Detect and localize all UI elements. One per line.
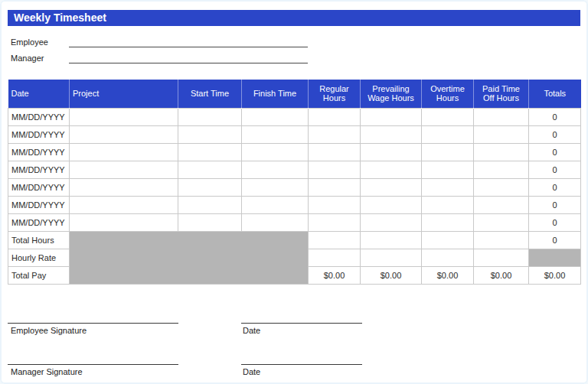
table-row: MM/DD/YYYY0 xyxy=(8,125,581,143)
regular-hours-cell[interactable] xyxy=(309,213,361,231)
paid-time-off-hours-cell[interactable] xyxy=(474,231,529,249)
prevailing-wage-hours-cell[interactable] xyxy=(361,213,422,231)
date-cell[interactable]: MM/DD/YYYY xyxy=(8,213,70,231)
project-cell[interactable] xyxy=(70,213,178,231)
table-row: MM/DD/YYYY0 xyxy=(8,108,581,125)
table-header-row: Date Project Start Time Finish Time Regu… xyxy=(8,80,581,108)
header-prevailing-wage-hours: Prevailing Wage Hours xyxy=(361,80,422,108)
project-cell[interactable] xyxy=(70,143,178,161)
prevailing-wage-hours-cell[interactable] xyxy=(361,231,422,249)
paid-time-off-hours-cell[interactable] xyxy=(474,178,529,196)
regular-hours-cell: $0.00 xyxy=(309,266,361,284)
start-time-cell[interactable] xyxy=(178,125,242,143)
project-cell[interactable] xyxy=(70,178,178,196)
paid-time-off-hours-cell[interactable] xyxy=(474,161,529,178)
header-paid-time-off-hours: Paid Time Off Hours xyxy=(474,80,529,108)
employee-label: Employee xyxy=(11,37,48,47)
overtime-hours-cell[interactable] xyxy=(422,108,474,125)
timesheet-table: Date Project Start Time Finish Time Regu… xyxy=(8,80,580,285)
employee-date-line[interactable] xyxy=(241,323,362,324)
header-overtime-hours: Overtime Hours xyxy=(422,80,474,108)
project-cell[interactable] xyxy=(70,125,178,143)
date-cell[interactable]: MM/DD/YYYY xyxy=(8,143,70,161)
project-cell[interactable] xyxy=(70,108,178,125)
overtime-hours-cell[interactable] xyxy=(422,178,474,196)
date-cell[interactable]: MM/DD/YYYY xyxy=(8,108,70,125)
table-row: MM/DD/YYYY0 xyxy=(8,161,581,178)
prevailing-wage-hours-cell[interactable] xyxy=(361,161,422,178)
totals-cell: 0 xyxy=(529,213,581,231)
merged-gray-cell xyxy=(70,231,309,284)
finish-time-cell[interactable] xyxy=(242,125,309,143)
manager-label: Manager xyxy=(11,54,44,63)
overtime-hours-cell[interactable] xyxy=(422,249,474,266)
header-project: Project xyxy=(70,80,178,108)
manager-signature-line[interactable] xyxy=(8,364,178,365)
finish-time-cell[interactable] xyxy=(242,108,309,125)
regular-hours-cell[interactable] xyxy=(309,125,361,143)
prevailing-wage-hours-cell[interactable] xyxy=(361,196,422,213)
overtime-hours-cell[interactable] xyxy=(422,231,474,249)
paid-time-off-hours-cell[interactable] xyxy=(474,108,529,125)
overtime-hours-cell[interactable] xyxy=(422,213,474,231)
paid-time-off-hours-cell[interactable] xyxy=(474,249,529,266)
regular-hours-cell[interactable] xyxy=(309,178,361,196)
start-time-cell[interactable] xyxy=(178,178,242,196)
prevailing-wage-hours-cell[interactable] xyxy=(361,108,422,125)
page-title: Weekly Timesheet xyxy=(8,10,580,26)
date-cell[interactable]: MM/DD/YYYY xyxy=(8,161,70,178)
regular-hours-cell[interactable] xyxy=(309,231,361,249)
start-time-cell[interactable] xyxy=(178,213,242,231)
employee-signature-line[interactable] xyxy=(8,323,178,324)
totals-cell: 0 xyxy=(529,108,581,125)
finish-time-cell[interactable] xyxy=(242,161,309,178)
totals-cell: 0 xyxy=(529,196,581,213)
employee-input-line[interactable] xyxy=(69,47,308,47)
date-cell[interactable]: MM/DD/YYYY xyxy=(8,178,70,196)
paid-time-off-hours-cell: $0.00 xyxy=(474,266,529,284)
paid-time-off-hours-cell[interactable] xyxy=(474,125,529,143)
totals-cell: 0 xyxy=(529,178,581,196)
paid-time-off-hours-cell[interactable] xyxy=(474,143,529,161)
start-time-cell[interactable] xyxy=(178,108,242,125)
regular-hours-cell[interactable] xyxy=(309,249,361,266)
overtime-hours-cell[interactable] xyxy=(422,161,474,178)
timesheet-page: Weekly Timesheet Employee Manager Date P… xyxy=(0,0,588,384)
regular-hours-cell[interactable] xyxy=(309,143,361,161)
header-regular-hours: Regular Hours xyxy=(309,80,361,108)
finish-time-cell[interactable] xyxy=(242,178,309,196)
regular-hours-cell[interactable] xyxy=(309,108,361,125)
regular-hours-cell[interactable] xyxy=(309,196,361,213)
paid-time-off-hours-cell[interactable] xyxy=(474,196,529,213)
totals-cell: 0 xyxy=(529,231,581,249)
prevailing-wage-hours-cell[interactable] xyxy=(361,178,422,196)
table-row: MM/DD/YYYY0 xyxy=(8,196,581,213)
manager-input-line[interactable] xyxy=(69,63,308,63)
date-cell[interactable]: MM/DD/YYYY xyxy=(8,196,70,213)
prevailing-wage-hours-cell[interactable] xyxy=(361,125,422,143)
summary-row: Total Hours0 xyxy=(8,231,581,249)
manager-date-line[interactable] xyxy=(241,364,362,365)
employee-date-label: Date xyxy=(243,326,260,335)
totals-cell: 0 xyxy=(529,161,581,178)
prevailing-wage-hours-cell[interactable] xyxy=(361,143,422,161)
paid-time-off-hours-cell[interactable] xyxy=(474,213,529,231)
start-time-cell[interactable] xyxy=(178,143,242,161)
overtime-hours-cell[interactable] xyxy=(422,196,474,213)
summary-label-cell: Total Hours xyxy=(8,231,70,249)
overtime-hours-cell[interactable] xyxy=(422,143,474,161)
finish-time-cell[interactable] xyxy=(242,143,309,161)
finish-time-cell[interactable] xyxy=(242,196,309,213)
regular-hours-cell[interactable] xyxy=(309,161,361,178)
date-cell[interactable]: MM/DD/YYYY xyxy=(8,125,70,143)
project-cell[interactable] xyxy=(70,161,178,178)
prevailing-wage-hours-cell: $0.00 xyxy=(361,266,422,284)
finish-time-cell[interactable] xyxy=(242,213,309,231)
project-cell[interactable] xyxy=(70,196,178,213)
header-start-time: Start Time xyxy=(178,80,242,108)
start-time-cell[interactable] xyxy=(178,196,242,213)
start-time-cell[interactable] xyxy=(178,161,242,178)
prevailing-wage-hours-cell[interactable] xyxy=(361,249,422,266)
table-row: MM/DD/YYYY0 xyxy=(8,143,581,161)
overtime-hours-cell[interactable] xyxy=(422,125,474,143)
